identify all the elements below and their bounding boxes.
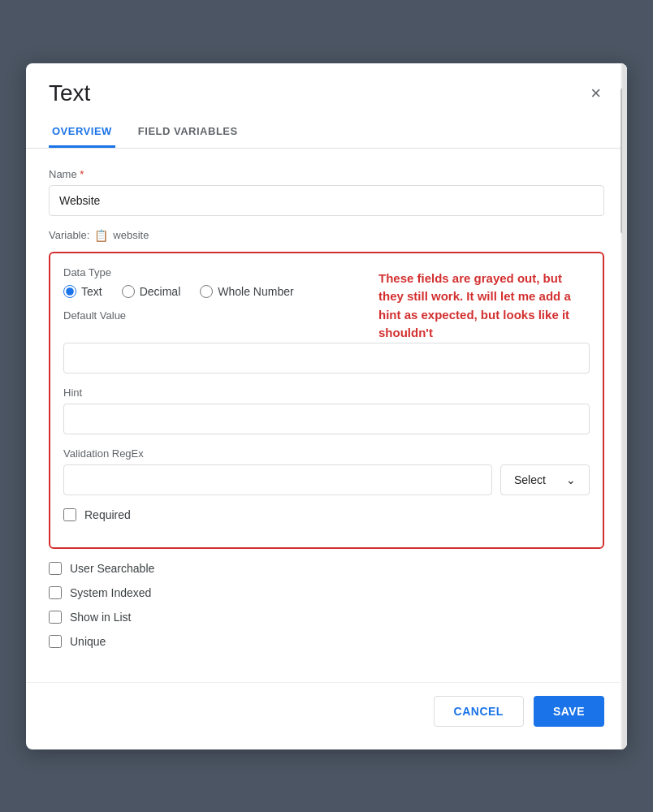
validation-row: Select ⌄ [63,464,590,495]
name-input[interactable] [49,185,604,216]
user-searchable-checkbox[interactable] [49,562,62,575]
radio-text-label: Text [81,285,102,298]
show-in-list-text: Show in List [70,611,131,624]
system-indexed-group: System Indexed [49,586,604,599]
hint-input[interactable] [63,404,590,434]
variable-row: Variable: 📋 website [49,229,604,242]
user-searchable-label[interactable]: User Searchable [49,562,604,575]
name-field-group: Name * [49,168,604,216]
radio-whole-number-input[interactable] [200,285,213,298]
default-value-input[interactable] [63,343,590,374]
grayed-section: These fields are grayed out, but they st… [49,252,604,549]
modal-header: Text × [26,63,627,107]
system-indexed-checkbox[interactable] [49,586,62,599]
radio-text-input[interactable] [63,285,76,298]
tab-overview[interactable]: OVERVIEW [49,117,115,148]
name-label: Name * [49,168,604,180]
grayed-section-inner: These fields are grayed out, but they st… [63,266,590,533]
variable-icon: 📋 [94,229,108,242]
required-label: Required [84,508,131,521]
validation-input[interactable] [63,464,492,495]
radio-text[interactable]: Text [63,285,102,298]
scrollbar-track[interactable] [621,63,627,749]
backdrop: Text × OVERVIEW FIELD VARIABLES Name * [0,0,653,812]
radio-whole-number-label: Whole Number [218,285,293,298]
radio-decimal-input[interactable] [122,285,135,298]
radio-whole-number[interactable]: Whole Number [200,285,293,298]
chevron-down-icon: ⌄ [566,473,576,486]
close-button[interactable]: × [587,80,604,107]
radio-group: Text Decimal Whole Number [63,285,369,298]
tab-field-variables[interactable]: FIELD VARIABLES [135,117,241,148]
show-in-list-label[interactable]: Show in List [49,611,604,624]
modal-footer: CANCEL SAVE [26,682,627,749]
system-indexed-text: System Indexed [70,586,151,599]
variable-value: website [113,229,149,241]
hint-group: Hint [63,387,590,434]
scrollbar-thumb[interactable] [621,88,627,234]
close-icon: × [590,83,601,104]
select-label: Select [514,473,546,486]
required-star: * [80,168,84,180]
required-checkbox[interactable] [63,508,76,521]
unique-group: Unique [49,635,604,648]
modal-body: Name * Variable: 📋 website These fields … [26,149,627,682]
validation-group: Validation RegEx Select ⌄ [63,447,590,495]
hint-label: Hint [63,387,590,399]
save-button[interactable]: SAVE [534,696,604,727]
unique-text: Unique [70,635,106,648]
annotation-text: These fields are grayed out, but they st… [378,270,590,343]
unique-checkbox[interactable] [49,635,62,648]
radio-decimal-label: Decimal [140,285,181,298]
required-checkbox-label[interactable]: Required [63,508,590,521]
variable-label: Variable: [49,229,89,241]
tabs-container: OVERVIEW FIELD VARIABLES [26,117,627,149]
radio-decimal[interactable]: Decimal [122,285,181,298]
system-indexed-label[interactable]: System Indexed [49,586,604,599]
user-searchable-text: User Searchable [70,562,154,575]
validation-label: Validation RegEx [63,447,590,460]
show-in-list-checkbox[interactable] [49,611,62,624]
user-searchable-group: User Searchable [49,562,604,575]
unique-label[interactable]: Unique [49,635,604,648]
show-in-list-group: Show in List [49,611,604,624]
cancel-button[interactable]: CANCEL [434,696,524,727]
modal-dialog: Text × OVERVIEW FIELD VARIABLES Name * [26,63,627,749]
modal-title: Text [49,80,90,106]
required-checkbox-group: Required [63,508,590,521]
select-dropdown[interactable]: Select ⌄ [500,464,590,495]
